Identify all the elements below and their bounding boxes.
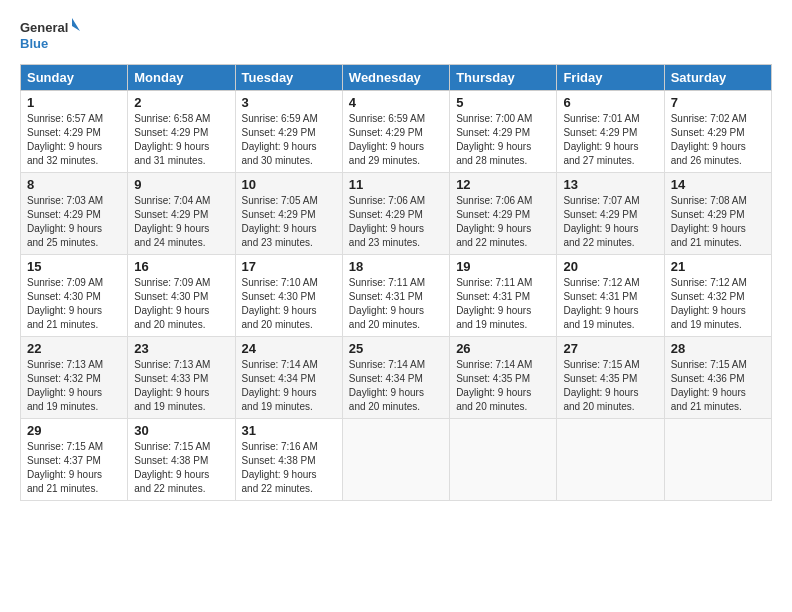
day-info: Sunrise: 7:11 AMSunset: 4:31 PMDaylight:… [456,276,550,332]
day-number: 16 [134,259,228,274]
day-number: 31 [242,423,336,438]
day-number: 23 [134,341,228,356]
day-info: Sunrise: 7:06 AMSunset: 4:29 PMDaylight:… [456,194,550,250]
weekday-header-cell: Wednesday [342,65,449,91]
calendar-day-cell: 10Sunrise: 7:05 AMSunset: 4:29 PMDayligh… [235,173,342,255]
calendar-day-cell: 7Sunrise: 7:02 AMSunset: 4:29 PMDaylight… [664,91,771,173]
header: General Blue [20,16,772,54]
day-number: 20 [563,259,657,274]
day-number: 1 [27,95,121,110]
day-info: Sunrise: 7:01 AMSunset: 4:29 PMDaylight:… [563,112,657,168]
calendar-week-row: 22Sunrise: 7:13 AMSunset: 4:32 PMDayligh… [21,337,772,419]
day-info: Sunrise: 7:14 AMSunset: 4:34 PMDaylight:… [242,358,336,414]
day-number: 2 [134,95,228,110]
calendar-day-cell: 6Sunrise: 7:01 AMSunset: 4:29 PMDaylight… [557,91,664,173]
day-number: 4 [349,95,443,110]
day-info: Sunrise: 6:58 AMSunset: 4:29 PMDaylight:… [134,112,228,168]
day-info: Sunrise: 7:12 AMSunset: 4:31 PMDaylight:… [563,276,657,332]
svg-marker-2 [72,18,80,31]
day-number: 6 [563,95,657,110]
calendar-day-cell: 11Sunrise: 7:06 AMSunset: 4:29 PMDayligh… [342,173,449,255]
calendar-day-cell: 13Sunrise: 7:07 AMSunset: 4:29 PMDayligh… [557,173,664,255]
logo: General Blue [20,16,80,54]
day-info: Sunrise: 7:03 AMSunset: 4:29 PMDaylight:… [27,194,121,250]
calendar-day-cell: 1Sunrise: 6:57 AMSunset: 4:29 PMDaylight… [21,91,128,173]
day-number: 17 [242,259,336,274]
day-info: Sunrise: 7:02 AMSunset: 4:29 PMDaylight:… [671,112,765,168]
day-number: 21 [671,259,765,274]
day-info: Sunrise: 7:15 AMSunset: 4:37 PMDaylight:… [27,440,121,496]
day-info: Sunrise: 7:14 AMSunset: 4:34 PMDaylight:… [349,358,443,414]
weekday-header-cell: Tuesday [235,65,342,91]
day-number: 29 [27,423,121,438]
day-info: Sunrise: 7:00 AMSunset: 4:29 PMDaylight:… [456,112,550,168]
svg-text:General: General [20,20,68,35]
calendar-day-cell: 29Sunrise: 7:15 AMSunset: 4:37 PMDayligh… [21,419,128,501]
calendar-day-cell: 5Sunrise: 7:00 AMSunset: 4:29 PMDaylight… [450,91,557,173]
calendar-day-cell [664,419,771,501]
day-info: Sunrise: 7:07 AMSunset: 4:29 PMDaylight:… [563,194,657,250]
calendar-table: SundayMondayTuesdayWednesdayThursdayFrid… [20,64,772,501]
day-number: 28 [671,341,765,356]
day-number: 13 [563,177,657,192]
day-info: Sunrise: 7:15 AMSunset: 4:35 PMDaylight:… [563,358,657,414]
day-number: 5 [456,95,550,110]
calendar-day-cell [342,419,449,501]
calendar-day-cell: 18Sunrise: 7:11 AMSunset: 4:31 PMDayligh… [342,255,449,337]
day-number: 30 [134,423,228,438]
day-info: Sunrise: 6:59 AMSunset: 4:29 PMDaylight:… [242,112,336,168]
calendar-day-cell: 3Sunrise: 6:59 AMSunset: 4:29 PMDaylight… [235,91,342,173]
day-info: Sunrise: 7:15 AMSunset: 4:38 PMDaylight:… [134,440,228,496]
calendar-day-cell: 30Sunrise: 7:15 AMSunset: 4:38 PMDayligh… [128,419,235,501]
day-info: Sunrise: 7:08 AMSunset: 4:29 PMDaylight:… [671,194,765,250]
day-info: Sunrise: 7:10 AMSunset: 4:30 PMDaylight:… [242,276,336,332]
day-info: Sunrise: 7:09 AMSunset: 4:30 PMDaylight:… [27,276,121,332]
weekday-header-cell: Thursday [450,65,557,91]
calendar-week-row: 8Sunrise: 7:03 AMSunset: 4:29 PMDaylight… [21,173,772,255]
day-number: 12 [456,177,550,192]
logo-svg: General Blue [20,16,80,54]
calendar-day-cell: 2Sunrise: 6:58 AMSunset: 4:29 PMDaylight… [128,91,235,173]
calendar-day-cell [557,419,664,501]
day-number: 9 [134,177,228,192]
calendar-day-cell: 12Sunrise: 7:06 AMSunset: 4:29 PMDayligh… [450,173,557,255]
day-info: Sunrise: 7:16 AMSunset: 4:38 PMDaylight:… [242,440,336,496]
calendar-day-cell: 23Sunrise: 7:13 AMSunset: 4:33 PMDayligh… [128,337,235,419]
calendar-day-cell: 24Sunrise: 7:14 AMSunset: 4:34 PMDayligh… [235,337,342,419]
calendar-day-cell: 16Sunrise: 7:09 AMSunset: 4:30 PMDayligh… [128,255,235,337]
calendar-day-cell: 21Sunrise: 7:12 AMSunset: 4:32 PMDayligh… [664,255,771,337]
day-info: Sunrise: 7:13 AMSunset: 4:32 PMDaylight:… [27,358,121,414]
weekday-header-cell: Friday [557,65,664,91]
weekday-header-cell: Saturday [664,65,771,91]
calendar-body: 1Sunrise: 6:57 AMSunset: 4:29 PMDaylight… [21,91,772,501]
weekday-header-cell: Monday [128,65,235,91]
day-info: Sunrise: 7:06 AMSunset: 4:29 PMDaylight:… [349,194,443,250]
day-info: Sunrise: 7:05 AMSunset: 4:29 PMDaylight:… [242,194,336,250]
day-info: Sunrise: 6:59 AMSunset: 4:29 PMDaylight:… [349,112,443,168]
day-number: 11 [349,177,443,192]
calendar-day-cell: 8Sunrise: 7:03 AMSunset: 4:29 PMDaylight… [21,173,128,255]
calendar-day-cell: 15Sunrise: 7:09 AMSunset: 4:30 PMDayligh… [21,255,128,337]
calendar-week-row: 15Sunrise: 7:09 AMSunset: 4:30 PMDayligh… [21,255,772,337]
day-number: 26 [456,341,550,356]
weekday-header-cell: Sunday [21,65,128,91]
calendar-day-cell: 4Sunrise: 6:59 AMSunset: 4:29 PMDaylight… [342,91,449,173]
day-info: Sunrise: 7:14 AMSunset: 4:35 PMDaylight:… [456,358,550,414]
page-container: General Blue SundayMondayTuesdayWednesda… [0,0,792,511]
day-number: 18 [349,259,443,274]
day-info: Sunrise: 7:13 AMSunset: 4:33 PMDaylight:… [134,358,228,414]
day-number: 3 [242,95,336,110]
day-number: 27 [563,341,657,356]
day-info: Sunrise: 7:15 AMSunset: 4:36 PMDaylight:… [671,358,765,414]
calendar-day-cell: 19Sunrise: 7:11 AMSunset: 4:31 PMDayligh… [450,255,557,337]
calendar-header-row: SundayMondayTuesdayWednesdayThursdayFrid… [21,65,772,91]
day-info: Sunrise: 7:11 AMSunset: 4:31 PMDaylight:… [349,276,443,332]
calendar-day-cell: 31Sunrise: 7:16 AMSunset: 4:38 PMDayligh… [235,419,342,501]
calendar-day-cell: 17Sunrise: 7:10 AMSunset: 4:30 PMDayligh… [235,255,342,337]
calendar-day-cell: 27Sunrise: 7:15 AMSunset: 4:35 PMDayligh… [557,337,664,419]
day-number: 10 [242,177,336,192]
day-number: 15 [27,259,121,274]
svg-text:Blue: Blue [20,36,48,51]
day-number: 8 [27,177,121,192]
day-number: 7 [671,95,765,110]
